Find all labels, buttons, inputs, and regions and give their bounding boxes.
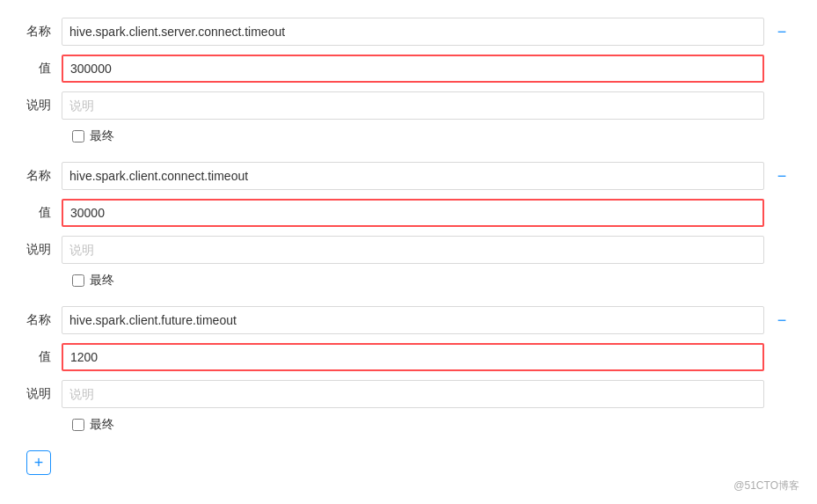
name-input-wrapper-1: [62, 18, 764, 46]
value-label-3: 值: [26, 349, 62, 365]
value-label-1: 值: [26, 61, 62, 77]
remove-button-3[interactable]: −: [773, 312, 791, 328]
desc-input-3[interactable]: [62, 380, 764, 408]
name-input-wrapper-3: [62, 306, 764, 334]
name-input-3[interactable]: [62, 306, 764, 334]
watermark: @51CTO博客: [733, 478, 799, 493]
value-input-wrapper-2: [62, 199, 764, 227]
checkbox-row-1: 最终: [72, 128, 791, 144]
desc-label-1: 说明: [26, 98, 62, 113]
checkbox-row-3: 最终: [72, 417, 791, 433]
value-row-1: 值: [26, 55, 791, 83]
value-row-2: 值: [26, 199, 791, 227]
add-entry-button[interactable]: +: [26, 450, 51, 475]
remove-button-2[interactable]: −: [773, 168, 791, 184]
form-block-2: 名称−值说明最终: [26, 162, 791, 289]
name-label-1: 名称: [26, 24, 62, 40]
desc-input-wrapper-3: [62, 380, 764, 408]
desc-input-wrapper-2: [62, 236, 764, 264]
value-input-3[interactable]: [62, 343, 764, 371]
desc-label-2: 说明: [26, 242, 62, 258]
value-input-wrapper-1: [62, 55, 764, 83]
remove-button-1[interactable]: −: [773, 24, 791, 40]
desc-input-1[interactable]: [62, 91, 764, 120]
name-row-1: 名称−: [26, 18, 791, 46]
checkbox-row-2: 最终: [72, 273, 791, 289]
value-row-3: 值: [26, 343, 791, 371]
form-block-1: 名称−值说明最终: [26, 18, 791, 144]
desc-input-wrapper-1: [62, 91, 764, 120]
final-checkbox-3[interactable]: [72, 419, 84, 431]
name-label-3: 名称: [26, 312, 62, 328]
value-input-2[interactable]: [62, 199, 764, 227]
desc-row-1: 说明: [26, 91, 791, 120]
value-input-wrapper-3: [62, 343, 764, 371]
name-input-1[interactable]: [62, 18, 764, 46]
value-label-2: 值: [26, 205, 62, 221]
final-checkbox-1[interactable]: [72, 130, 84, 142]
name-input-2[interactable]: [62, 162, 764, 190]
final-checkbox-2[interactable]: [72, 274, 84, 287]
form-block-3: 名称−值说明最终: [26, 306, 791, 433]
final-label-2: 最终: [90, 273, 114, 289]
name-input-wrapper-2: [62, 162, 764, 190]
desc-input-2[interactable]: [62, 236, 764, 264]
name-row-2: 名称−: [26, 162, 791, 190]
value-input-1[interactable]: [62, 55, 764, 83]
desc-row-3: 说明: [26, 380, 791, 408]
final-label-3: 最终: [90, 417, 114, 433]
name-row-3: 名称−: [26, 306, 791, 334]
desc-label-3: 说明: [26, 386, 62, 402]
final-label-1: 最终: [90, 128, 114, 144]
name-label-2: 名称: [26, 168, 62, 184]
desc-row-2: 说明: [26, 236, 791, 264]
